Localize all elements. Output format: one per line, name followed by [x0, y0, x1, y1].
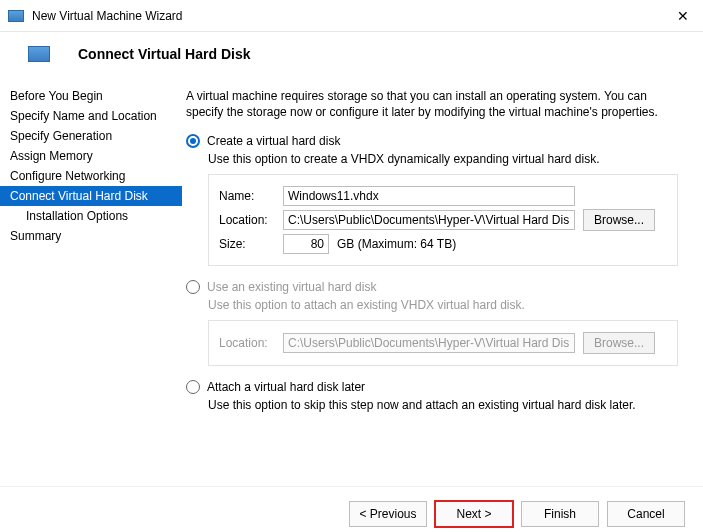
option-create-vhd: Create a virtual hard disk Use this opti… [186, 134, 685, 266]
option-attach-later: Attach a virtual hard disk later Use thi… [186, 380, 685, 412]
option-later-label: Attach a virtual hard disk later [207, 380, 365, 394]
existing-browse-button: Browse... [583, 332, 655, 354]
existing-location-label: Location: [219, 336, 275, 350]
close-icon[interactable]: ✕ [671, 6, 695, 26]
finish-button[interactable]: Finish [521, 501, 599, 527]
location-label: Location: [219, 213, 275, 227]
step-configure-networking[interactable]: Configure Networking [0, 166, 182, 186]
location-input[interactable] [283, 210, 575, 230]
previous-button[interactable]: < Previous [349, 501, 427, 527]
app-icon [8, 10, 24, 22]
step-specify-generation[interactable]: Specify Generation [0, 126, 182, 146]
wizard-header: Connect Virtual Hard Disk [0, 32, 703, 78]
existing-location-input [283, 333, 575, 353]
option-existing-vhd: Use an existing virtual hard disk Use th… [186, 280, 685, 366]
step-before-you-begin[interactable]: Before You Begin [0, 86, 182, 106]
footer: < Previous Next > Finish Cancel [0, 486, 703, 532]
browse-button[interactable]: Browse... [583, 209, 655, 231]
monitor-icon [28, 46, 50, 62]
wizard-steps-sidebar: Before You Begin Specify Name and Locati… [0, 78, 182, 486]
option-existing-desc: Use this option to attach an existing VH… [208, 298, 685, 312]
next-button[interactable]: Next > [435, 501, 513, 527]
main-panel: A virtual machine requires storage so th… [182, 78, 703, 486]
size-label: Size: [219, 237, 275, 251]
name-input[interactable] [283, 186, 575, 206]
option-later-desc: Use this option to skip this step now an… [208, 398, 685, 412]
option-existing-label: Use an existing virtual hard disk [207, 280, 376, 294]
create-fields: Name: Location: Browse... Size: GB (Maxi… [208, 174, 678, 266]
size-input[interactable] [283, 234, 329, 254]
step-specify-name[interactable]: Specify Name and Location [0, 106, 182, 126]
option-create-desc: Use this option to create a VHDX dynamic… [208, 152, 685, 166]
cancel-button[interactable]: Cancel [607, 501, 685, 527]
radio-attach-later[interactable] [186, 380, 200, 394]
step-assign-memory[interactable]: Assign Memory [0, 146, 182, 166]
size-unit: GB (Maximum: 64 TB) [337, 237, 456, 251]
window-title: New Virtual Machine Wizard [32, 9, 671, 23]
option-create-label: Create a virtual hard disk [207, 134, 340, 148]
step-installation-options[interactable]: Installation Options [0, 206, 182, 226]
step-connect-vhd[interactable]: Connect Virtual Hard Disk [0, 186, 182, 206]
radio-existing-vhd[interactable] [186, 280, 200, 294]
page-title: Connect Virtual Hard Disk [78, 46, 250, 62]
radio-create-vhd[interactable] [186, 134, 200, 148]
name-label: Name: [219, 189, 275, 203]
titlebar: New Virtual Machine Wizard ✕ [0, 0, 703, 32]
step-summary[interactable]: Summary [0, 226, 182, 246]
existing-fields: Location: Browse... [208, 320, 678, 366]
intro-text: A virtual machine requires storage so th… [186, 88, 685, 120]
